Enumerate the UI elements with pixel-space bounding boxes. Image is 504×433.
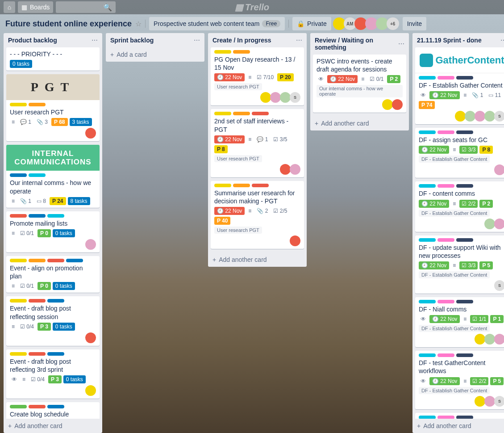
member-avatar[interactable] (382, 99, 393, 110)
label-navy[interactable] (456, 353, 473, 357)
label-teal[interactable] (419, 76, 436, 80)
member-avatar[interactable] (85, 332, 96, 343)
label-orange[interactable] (29, 259, 46, 262)
label-pink[interactable] (437, 353, 454, 357)
member-avatar[interactable] (484, 111, 495, 122)
label-yellow[interactable] (214, 50, 231, 54)
list-menu-icon[interactable]: ⋯ (92, 37, 98, 44)
label-orange[interactable] (233, 112, 250, 115)
label-blue[interactable] (47, 405, 64, 408)
home-button[interactable]: ⌂ (4, 1, 15, 13)
label-navy[interactable] (456, 238, 473, 242)
member-avatar[interactable] (85, 239, 96, 250)
list-menu-icon[interactable]: ⋯ (194, 37, 200, 44)
label-orange[interactable] (29, 103, 46, 106)
member-avatar[interactable] (465, 111, 475, 122)
card[interactable]: DF - Niall comms👁🕘 22 Nov≡☑ 1/1P 1DF - E… (415, 297, 504, 347)
label-teal[interactable] (419, 353, 436, 357)
member-avatar[interactable] (475, 111, 485, 122)
label-red[interactable] (10, 214, 27, 218)
member-avatar[interactable] (280, 92, 291, 103)
list-title[interactable]: Create / In progress (212, 37, 271, 44)
star-button[interactable]: ☆ (135, 20, 142, 28)
card[interactable]: PGTUser research PGT≡💬 1📎 3P 683 tasks (6, 74, 100, 141)
add-card-button[interactable]: +Add another card (4, 419, 102, 433)
member-avatar[interactable] (484, 334, 495, 345)
label-navy[interactable] (456, 130, 473, 134)
board-title[interactable]: Future student online experience (5, 19, 132, 29)
label-pink[interactable] (437, 238, 454, 242)
label-red[interactable] (47, 259, 64, 262)
card[interactable]: Create blog schedule≡☑ 0/3P 00 tasks (6, 402, 100, 419)
list-title[interactable]: Sprint backlog (110, 37, 154, 44)
label-red[interactable] (252, 184, 269, 187)
label-orange[interactable] (233, 184, 250, 187)
card[interactable]: Event - draft blog post reflecting 3rd s… (6, 349, 100, 399)
member-avatar[interactable] (290, 235, 300, 246)
label-teal[interactable] (419, 184, 436, 188)
card[interactable]: PG Open Day research - 13 / 15 Nov🕘 22 N… (211, 47, 304, 105)
label-teal[interactable] (419, 416, 436, 419)
member-avatar[interactable] (270, 92, 281, 103)
label-teal[interactable] (29, 173, 46, 177)
search-input[interactable]: 🔍 (56, 1, 116, 13)
member-avatar[interactable]: S (290, 92, 300, 103)
label-yellow[interactable] (10, 352, 27, 356)
boards-button[interactable]: ▦Boards (18, 1, 53, 13)
card[interactable]: DF - initial GatherContent training comm… (415, 413, 504, 419)
label-teal[interactable] (419, 238, 436, 242)
member-avatar[interactable] (280, 164, 291, 175)
label-red[interactable] (252, 112, 269, 115)
label-orange[interactable] (233, 50, 250, 54)
label-pink[interactable] (437, 184, 454, 188)
label-yellow[interactable] (214, 112, 231, 115)
privacy-pill[interactable]: 🔒Private (292, 17, 331, 30)
avatar-more[interactable]: +6 (387, 17, 399, 30)
member-avatar[interactable] (494, 334, 504, 345)
card[interactable]: DF - assign seats for GC🕘 22 Nov≡☑ 3/3P … (415, 128, 504, 178)
member-avatar[interactable] (494, 219, 504, 229)
list-title[interactable]: Product backlog (8, 37, 57, 44)
member-avatars[interactable]: AM +6 (335, 17, 399, 30)
label-pink[interactable] (437, 130, 454, 134)
card[interactable]: PSWC intro events - create draft agenda … (313, 55, 406, 113)
label-red[interactable] (29, 299, 46, 303)
label-red[interactable] (29, 405, 46, 408)
member-avatar[interactable]: S (494, 111, 504, 122)
list-title[interactable]: 21.11.19 Sprint - done (417, 37, 482, 44)
list-menu-icon[interactable]: ⋯ (500, 37, 504, 44)
label-blue[interactable] (29, 214, 46, 218)
label-navy[interactable] (456, 300, 473, 303)
team-pill[interactable]: Prospective student web content teamFree (149, 17, 285, 30)
member-avatar[interactable] (290, 164, 300, 175)
label-blue[interactable] (66, 259, 83, 262)
invite-button[interactable]: Invite (403, 17, 426, 30)
card[interactable]: INTERNAL COMMUNICATIONSOur internal comm… (6, 145, 100, 207)
label-teal[interactable] (47, 214, 64, 218)
card[interactable]: Event - draft blog post reflecting sessi… (6, 296, 100, 345)
member-avatar[interactable] (494, 164, 504, 175)
card[interactable]: 2nd set of staff interviews - PGT🕘 22 No… (211, 109, 304, 177)
label-yellow[interactable] (10, 103, 27, 106)
label-navy[interactable] (456, 184, 473, 188)
card[interactable]: DF - update support Wiki with new proces… (415, 235, 504, 294)
label-yellow[interactable] (10, 259, 27, 262)
label-pink[interactable] (437, 300, 454, 303)
card[interactable]: DF - content comms🕘 22 Nov≡☑ 2/2P 2DF - … (415, 181, 504, 231)
card[interactable]: Promote mailing lists≡☑ 0/1P 00 tasks (6, 211, 100, 252)
member-avatar[interactable]: S (494, 396, 504, 407)
add-card-button[interactable]: +Add another card (412, 419, 504, 433)
list-title[interactable]: Review / Waiting on something (315, 37, 398, 51)
member-avatar[interactable] (392, 99, 403, 110)
label-red[interactable] (29, 352, 46, 356)
label-yellow[interactable] (214, 184, 231, 187)
list-menu-icon[interactable]: ⋯ (296, 37, 302, 44)
card[interactable]: DF - test GatherContent workflows👁🕘 22 N… (415, 351, 504, 409)
member-avatar[interactable] (455, 111, 466, 122)
card[interactable]: GatherContentDF - Establish Gather Conte… (415, 47, 504, 124)
label-navy[interactable] (456, 416, 473, 419)
member-avatar[interactable] (85, 385, 96, 396)
card[interactable]: Summarise user research for decision mak… (211, 181, 304, 249)
label-green[interactable] (10, 405, 27, 408)
label-blue[interactable] (47, 352, 64, 356)
